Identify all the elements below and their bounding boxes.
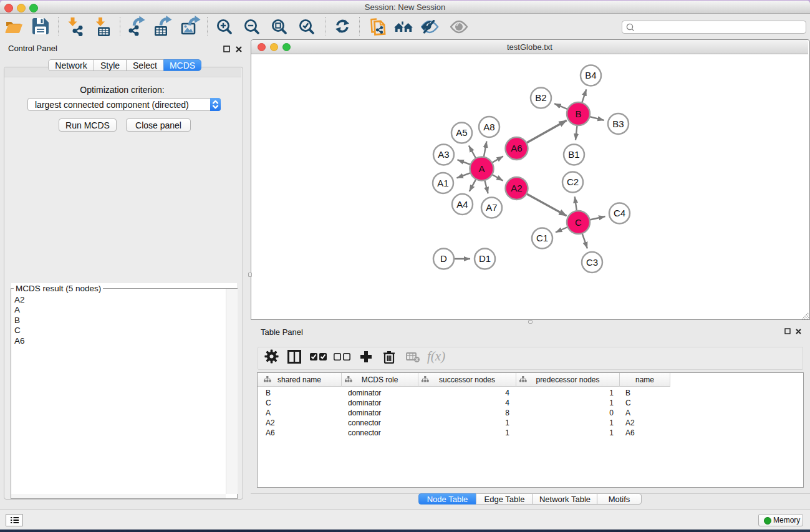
svg-text:A1: A1 xyxy=(437,178,448,188)
svg-text:B: B xyxy=(575,109,581,119)
svg-text:B2: B2 xyxy=(535,92,546,103)
svg-text:C3: C3 xyxy=(586,257,598,268)
svg-text:B3: B3 xyxy=(612,118,624,129)
svg-text:B1: B1 xyxy=(568,149,579,160)
svg-text:D: D xyxy=(440,253,447,264)
svg-text:A4: A4 xyxy=(456,199,468,210)
svg-text:B4: B4 xyxy=(585,70,596,80)
svg-text:C: C xyxy=(575,217,582,228)
svg-text:A: A xyxy=(478,163,485,174)
svg-text:A6: A6 xyxy=(511,143,522,153)
svg-text:C2: C2 xyxy=(567,177,579,187)
svg-text:C1: C1 xyxy=(536,233,548,243)
svg-text:A7: A7 xyxy=(486,202,497,213)
svg-text:A2: A2 xyxy=(511,183,522,193)
svg-text:A3: A3 xyxy=(438,149,449,160)
svg-text:A8: A8 xyxy=(483,122,494,132)
svg-text:D1: D1 xyxy=(479,253,491,264)
svg-text:A5: A5 xyxy=(456,127,467,138)
svg-text:C4: C4 xyxy=(614,208,625,218)
